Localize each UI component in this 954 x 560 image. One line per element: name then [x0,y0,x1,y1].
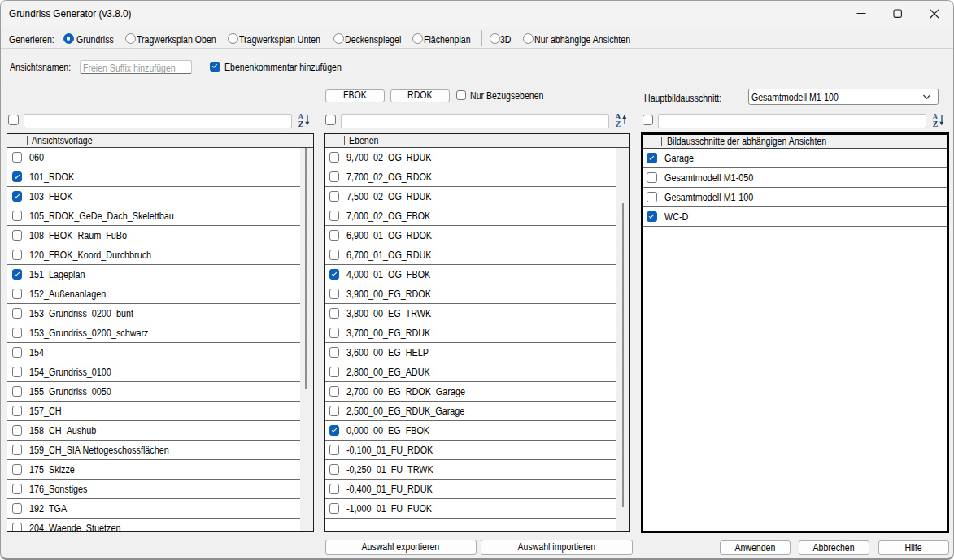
svg-text:Z: Z [932,119,938,127]
svg-text:Z: Z [298,119,303,127]
svg-text:Z: Z [615,119,621,127]
